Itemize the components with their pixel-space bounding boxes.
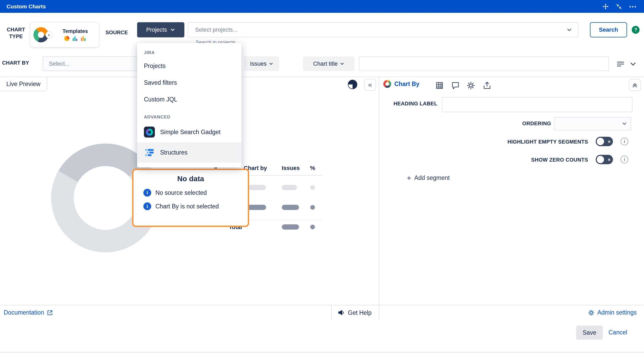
simple-search-gadget-icon [144, 127, 155, 138]
highlight-empty-segments-label: HIGHLIGHT EMPTY SEGMENTS [444, 139, 588, 145]
no-data-message-text: No source selected [155, 189, 207, 196]
no-data-callout: No data No source selected Chart By is n… [132, 169, 249, 227]
footer-vertical-divider [331, 305, 332, 320]
menu-item-projects[interactable]: Projects [137, 58, 242, 74]
source-type-selected: Projects [146, 26, 167, 33]
info-icon[interactable] [620, 138, 628, 145]
menu-item-simple-search-gadget[interactable]: Simple Search Gadget [137, 122, 242, 142]
chart-by-placeholder: Select... [49, 60, 69, 67]
chevron-down-icon [566, 27, 572, 33]
text-align-icon[interactable] [616, 59, 625, 70]
skeleton-bar [282, 205, 299, 210]
custom-charts-app: Custom Charts CHART TYPE Templates SOURC… [0, 0, 644, 353]
structures-icon [144, 147, 155, 158]
panel-vertical-divider [379, 77, 379, 320]
chart-title-input[interactable] [359, 56, 609, 71]
select-projects-field[interactable]: Select projects... [188, 22, 578, 37]
menu-item-label: Custom JQL [144, 96, 177, 103]
source-label: SOURCE [106, 30, 128, 36]
search-button[interactable]: Search [590, 22, 627, 37]
tab-settings-icon[interactable] [466, 81, 475, 91]
chart-by-label: CHART BY [2, 60, 29, 66]
tab-chart-by[interactable]: Chart By [383, 80, 419, 88]
chart-type-label: CHART TYPE [2, 26, 30, 40]
documentation-label: Documentation [4, 309, 44, 316]
menu-item-custom-jql[interactable]: Custom JQL [137, 91, 242, 108]
menu-item-label: Projects [144, 62, 166, 70]
toggle-off-icon [608, 157, 611, 162]
external-link-icon [47, 310, 53, 316]
live-preview-label: Live Preview [6, 81, 40, 88]
chevron-down-icon [170, 27, 175, 32]
collapse-preview-button[interactable] [364, 79, 376, 91]
add-segment-label: Add segment [414, 174, 450, 181]
no-data-message-text: Chart By is not selected [155, 203, 219, 210]
ordering-label: ORDERING [494, 121, 551, 127]
heading-label-input[interactable] [442, 97, 633, 112]
no-data-message: Chart By is not selected [133, 202, 248, 210]
tab-comment-icon[interactable] [451, 81, 460, 91]
skeleton-bar [282, 224, 299, 230]
move-icon[interactable] [602, 3, 609, 10]
add-segment-button[interactable]: Add segment [407, 174, 450, 181]
toggle-knob [597, 138, 604, 145]
templates-block[interactable]: Templates [52, 28, 96, 42]
topbar: Custom Charts [0, 0, 644, 13]
live-preview-tab: Live Preview [0, 77, 47, 91]
menu-section-header: ADVANCED [137, 108, 242, 122]
menu-item-structures[interactable]: Structures [137, 142, 242, 163]
source-type-menu: JIRA Projects Saved filters Custom JQL A… [137, 43, 242, 167]
skeleton-dot [310, 225, 315, 229]
chevron-down-icon [340, 61, 344, 66]
templates-label: Templates [62, 28, 88, 34]
chevron-down-icon [269, 61, 273, 66]
chevron-down-icon[interactable] [629, 60, 637, 69]
ordering-select[interactable] [554, 117, 631, 130]
chart-title-dropdown-button[interactable]: Chart title [303, 56, 355, 71]
table-header-percent: % [309, 165, 316, 172]
more-options-icon[interactable] [629, 4, 637, 9]
no-data-title: No data [133, 175, 248, 183]
info-icon[interactable] [620, 156, 628, 163]
menu-item-label: Structures [160, 149, 188, 156]
save-button[interactable]: Save [576, 326, 603, 340]
highlight-empty-segments-toggle[interactable] [596, 137, 613, 146]
tab-table-icon[interactable] [435, 81, 444, 91]
panel-divider [0, 77, 644, 77]
menu-section-header: JIRA [137, 47, 242, 58]
skeleton-bar [282, 185, 297, 190]
skeleton-dot [310, 185, 315, 190]
documentation-link[interactable]: Documentation [4, 309, 53, 316]
menu-item-saved-filters[interactable]: Saved filters [137, 74, 242, 91]
get-help-button[interactable]: Get Help [337, 309, 372, 316]
source-type-dropdown-button[interactable]: Projects [137, 22, 184, 37]
bottom-border [0, 352, 644, 352]
footer-divider [0, 305, 644, 305]
chart-type-selector[interactable]: Templates [30, 22, 99, 47]
show-zero-counts-toggle[interactable] [596, 155, 613, 164]
info-icon [143, 189, 151, 197]
chevron-right-icon[interactable] [45, 31, 52, 38]
exit-fullscreen-icon[interactable] [616, 3, 622, 10]
aggregation-selected: Issues [250, 60, 267, 67]
contrast-toggle-icon[interactable] [348, 80, 357, 89]
skeleton-bar [249, 185, 266, 190]
get-help-label: Get Help [348, 309, 372, 316]
toggle-off-icon [608, 139, 611, 144]
cancel-button[interactable]: Cancel [608, 329, 627, 336]
tab-export-icon[interactable] [483, 81, 491, 91]
aggregation-dropdown-button[interactable]: Issues [244, 56, 279, 71]
menu-item-label: Simple Search Gadget [160, 129, 220, 136]
heading-label: HEADING LABEL [379, 101, 437, 107]
chart-by-tab-label: Chart By [394, 81, 419, 88]
show-zero-counts-label: SHOW ZERO COUNTS [444, 157, 588, 163]
admin-settings-link[interactable]: Admin settings [576, 309, 637, 316]
plus-icon [407, 175, 411, 181]
collapse-settings-button[interactable] [629, 79, 641, 91]
app-title: Custom Charts [7, 3, 46, 10]
help-icon[interactable] [632, 26, 640, 34]
admin-settings-label: Admin settings [597, 309, 637, 316]
table-header-issues: Issues [282, 165, 300, 172]
topbar-actions [602, 0, 637, 13]
chevron-down-icon [622, 121, 627, 126]
